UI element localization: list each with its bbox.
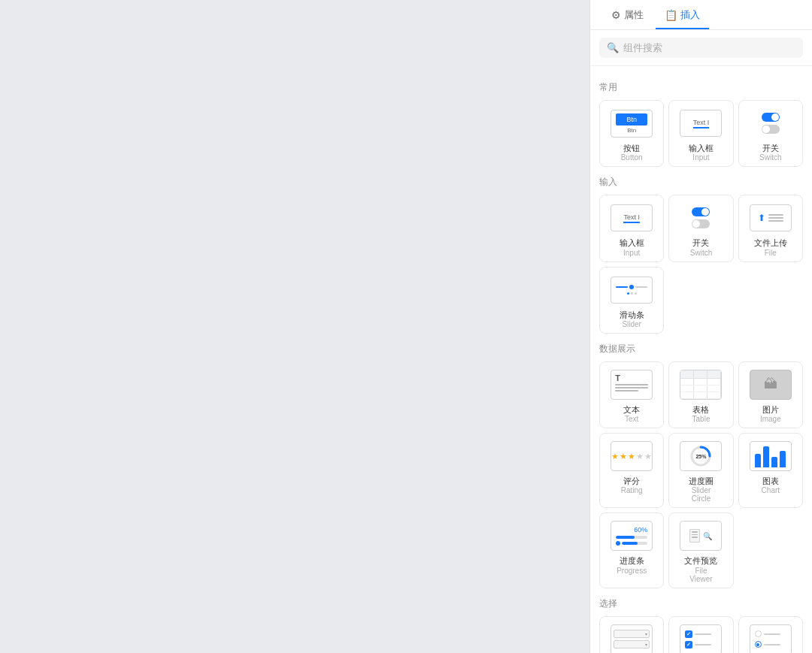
switch2-row-on <box>692 207 710 216</box>
star-4: ★ <box>636 452 644 461</box>
comp-fileviewer-preview: 🔍 <box>677 519 725 552</box>
comp-fileviewer-label-en: FileViewer <box>689 567 712 583</box>
fv-page <box>689 529 700 543</box>
comp-radio-preview <box>747 623 795 653</box>
input-grid: Text I 输入框 Input <box>599 195 803 334</box>
comp-progress-preview: 60% <box>607 519 656 552</box>
comp-switch-common-preview <box>747 107 795 140</box>
comp-text[interactable]: T 文本 Text <box>599 361 664 428</box>
tbl-row-1 <box>680 379 721 385</box>
switch2-preview-widget <box>692 207 710 228</box>
slider-preview-widget <box>611 277 653 304</box>
panel-content: 常用 Btn Btn 按钮 Button Text I <box>590 66 812 653</box>
comp-input-preview: Text I <box>607 201 656 234</box>
input2-preview-widget: Text I <box>611 204 653 231</box>
comp-select[interactable]: ▾ ▾ 选择器 Select <box>599 616 664 653</box>
switch-row-off <box>762 125 780 134</box>
comp-fileviewer[interactable]: 🔍 文件预览 FileViewer <box>668 512 733 588</box>
tbl-row2-cell-3 <box>707 385 721 391</box>
tab-properties[interactable]: ⚙ 属性 <box>602 2 653 29</box>
comp-switch-common-label-zh: 开关 <box>762 143 779 153</box>
radio-row-2 <box>755 641 780 648</box>
comp-image[interactable]: 🏔 图片 Image <box>738 361 803 428</box>
input2-text-preview: Text I <box>623 213 640 223</box>
comp-switch[interactable]: 开关 Switch <box>668 195 733 262</box>
search-input-wrap: 🔍 <box>599 38 803 58</box>
comp-input-common[interactable]: Text I 输入框 Input <box>668 100 733 167</box>
comp-radio[interactable]: 单选 Radio <box>738 616 803 653</box>
comp-file-preview: ⬆ <box>747 201 795 234</box>
comp-rating[interactable]: ★ ★ ★ ★ ★ 评分 Rating <box>599 433 664 508</box>
progress-bar-fill-2 <box>622 542 637 545</box>
comp-circle[interactable]: 25% 进度圈 SliderCircle <box>668 433 733 508</box>
comp-file[interactable]: ⬆ 文件上传 File <box>738 195 803 262</box>
comp-progress-label-zh: 进度条 <box>620 555 644 566</box>
comp-file-label-en: File <box>765 249 777 257</box>
tab-properties-label: 属性 <box>624 8 644 22</box>
file-line-2 <box>768 217 783 219</box>
progress-dot-row <box>616 541 647 546</box>
comp-text-label-zh: 文本 <box>623 404 640 415</box>
file-line-1 <box>768 214 783 216</box>
comp-circle-label-zh: 进度圈 <box>689 476 714 486</box>
slider-line-wrap <box>616 285 647 289</box>
file-line-3 <box>768 220 783 222</box>
text-line-3 <box>615 390 638 391</box>
comp-switch-common[interactable]: 开关 Switch <box>738 100 803 167</box>
file-preview-widget: ⬆ <box>750 204 792 231</box>
tbl-header-cell-3 <box>707 370 721 378</box>
comp-chart-label-zh: 图表 <box>762 476 779 486</box>
comp-button[interactable]: Btn Btn 按钮 Button <box>599 100 664 167</box>
comp-table-label-zh: 表格 <box>692 404 709 415</box>
fileviewer-preview-widget: 🔍 <box>680 521 722 551</box>
switch2-knob-on <box>701 208 709 216</box>
comp-progress[interactable]: 60% 进度条 Progress <box>599 512 664 588</box>
tbl-row2-cell-1 <box>680 385 694 391</box>
switch-track-off <box>762 125 780 134</box>
section-input-header: 输入 <box>599 176 803 189</box>
search-input[interactable] <box>623 42 795 53</box>
common-grid: Btn Btn 按钮 Button Text I 输入框 Input <box>599 100 803 167</box>
comp-select-preview: ▾ ▾ <box>607 623 656 653</box>
comp-input-label-en: Input <box>623 249 640 257</box>
properties-icon: ⚙ <box>611 9 621 21</box>
select-arrow-1: ▾ <box>645 631 647 636</box>
button-preview-widget: Btn Btn <box>611 110 653 138</box>
select-preview-widget: ▾ ▾ <box>611 624 653 653</box>
rating-preview-widget: ★ ★ ★ ★ ★ <box>611 441 653 471</box>
circle-preview-widget: 25% <box>680 441 722 471</box>
text-lines <box>615 384 648 391</box>
radio-preview-widget <box>750 624 792 653</box>
comp-switch-preview <box>677 201 725 234</box>
comp-chart[interactable]: 图表 Chart <box>738 433 803 508</box>
section-common-header: 常用 <box>599 81 803 94</box>
comp-table-preview <box>677 368 725 401</box>
table-preview-widget <box>680 370 722 400</box>
comp-chart-label-en: Chart <box>762 486 780 494</box>
comp-progress-label-en: Progress <box>617 567 647 575</box>
progress-preview-widget: 60% <box>611 521 653 551</box>
cb-line-2 <box>695 644 711 645</box>
slider-dot-1 <box>627 292 629 295</box>
comp-rating-label-en: Rating <box>621 486 643 494</box>
text-t: T <box>615 373 648 382</box>
cb-check-1: ✓ <box>686 631 691 637</box>
comp-slider[interactable]: 滑动条 Slider <box>599 267 664 334</box>
fv-line-3 <box>692 537 698 538</box>
comp-chart-preview <box>747 440 795 473</box>
comp-checkbox[interactable]: ✓ ✓ 多选 Checkbox <box>668 616 733 653</box>
comp-table[interactable]: 表格 Table <box>668 361 733 428</box>
progress-dot <box>616 541 620 546</box>
comp-image-label-en: Image <box>760 415 781 423</box>
comp-input[interactable]: Text I 输入框 Input <box>599 195 664 262</box>
select-row-1: ▾ <box>614 630 650 638</box>
insert-icon: 📋 <box>665 9 677 21</box>
comp-button-preview: Btn Btn <box>607 107 656 140</box>
panel-tabs: ⚙ 属性 📋 插入 <box>590 0 812 30</box>
comp-text-preview: T <box>607 368 656 401</box>
tab-insert[interactable]: 📋 插入 <box>656 2 709 29</box>
tbl-header <box>680 370 721 379</box>
circle-label: 25% <box>695 454 706 459</box>
btn-blue: Btn <box>616 113 647 125</box>
tbl-row3-cell-1 <box>680 392 694 398</box>
